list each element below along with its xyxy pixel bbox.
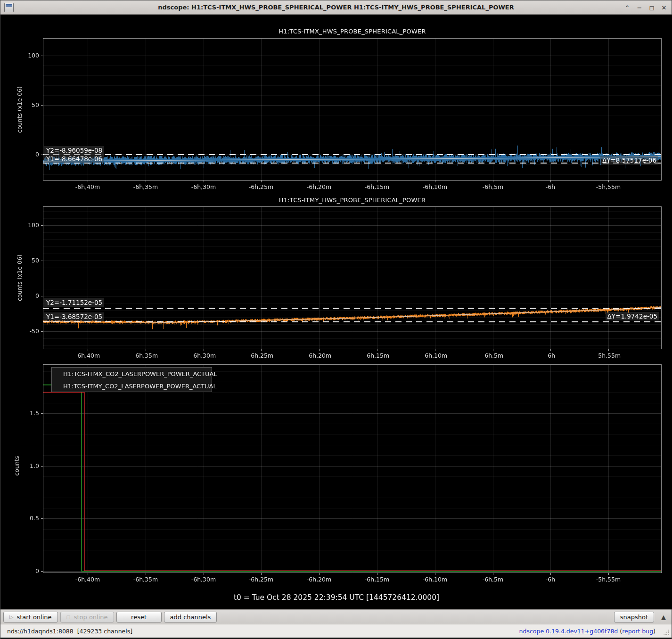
- reset-button[interactable]: reset: [116, 612, 162, 623]
- ndscope-link[interactable]: ndscope: [519, 628, 544, 635]
- plot2-y2-cursor-label[interactable]: Y2=-1.71152e-05: [44, 298, 104, 307]
- window-controls: ⌃ − ◻ ✕: [623, 0, 668, 15]
- x-tick-label: -5h,55m: [587, 183, 630, 190]
- x-tick-label: -5h,55m: [587, 352, 630, 359]
- app-window-icon: [4, 3, 14, 12]
- add-channels-label: add channels: [170, 614, 211, 621]
- close-icon[interactable]: ✕: [660, 4, 668, 11]
- report-bug-link[interactable]: report bug: [622, 628, 653, 635]
- x-tick-label: -6h,20m: [298, 576, 340, 583]
- maximize-icon[interactable]: ◻: [648, 4, 656, 11]
- x-tick-label: -6h: [529, 352, 572, 359]
- x-tick-label: -6h,25m: [240, 576, 282, 583]
- x-tick-label: -6h,20m: [298, 183, 340, 190]
- y-tick-label: 0: [14, 151, 39, 158]
- titlebar[interactable]: ndscope: H1:TCS-ITMX_HWS_PROBE_SPHERICAL…: [0, 0, 672, 15]
- x-tick-label: -6h,15m: [356, 183, 398, 190]
- x-tick-label: -6h: [529, 183, 572, 190]
- app-window-icon-stripe: [6, 4, 12, 7]
- x-tick-label: -6h,30m: [182, 576, 225, 583]
- plot1-dy-cursor-label: ΔY=8.57517e-06: [600, 156, 658, 164]
- y-tick-label: -50: [14, 328, 39, 335]
- ndscope-window: ndscope: H1:TCS-ITMX_HWS_PROBE_SPHERICAL…: [0, 0, 672, 639]
- legend-label-itmy: H1:TCS-ITMY_CO2_LASERPOWER_POWER_ACTUAL: [63, 383, 217, 390]
- x-tick-label: -6h,5m: [472, 352, 514, 359]
- x-tick-label: -6h,30m: [182, 183, 225, 190]
- legend-label-itmx: H1:TCS-ITMX_CO2_LASERPOWER_POWER_ACTUAL: [63, 370, 217, 377]
- t0-label: t0 = Tue Oct 28 2025 22:39:54 UTC [14457…: [0, 593, 672, 602]
- plot-region: H1:TCS-ITMX_HWS_PROBE_SPHERICAL_POWER H1…: [0, 15, 672, 609]
- snapshot-label: snapshot: [620, 614, 648, 621]
- version-links: ndscope 0.19.4.dev11+g406f78d (report bu…: [519, 628, 656, 635]
- x-tick-label: -6h,10m: [414, 576, 456, 583]
- close-paren: ): [653, 628, 656, 635]
- expand-arrow-icon[interactable]: ▲: [661, 614, 666, 621]
- x-tick-label: -6h,40m: [66, 183, 109, 190]
- x-tick-label: -6h,10m: [414, 352, 456, 359]
- y-tick-label: 50: [14, 257, 39, 264]
- plot1-y2-cursor-label[interactable]: Y2=-8.96059e-08: [44, 146, 104, 155]
- x-tick-label: -6h,10m: [414, 183, 456, 190]
- legend-row-itmx[interactable]: H1:TCS-ITMX_CO2_LASERPOWER_POWER_ACTUAL: [52, 368, 212, 380]
- start-online-label: start online: [16, 614, 51, 621]
- plot1-y-axis-label: counts (x1e-06): [16, 82, 23, 138]
- x-tick-label: -6h,25m: [240, 352, 282, 359]
- x-tick-label: -6h,15m: [356, 576, 398, 583]
- x-tick-label: -6h,35m: [124, 576, 167, 583]
- status-bar: nds://h1daqnds1:8088 [429233 channels] n…: [0, 624, 672, 638]
- server-status: nds://h1daqnds1:8088 [429233 channels]: [7, 628, 132, 635]
- x-tick-label: -6h,5m: [472, 576, 514, 583]
- x-tick-label: -5h,55m: [587, 576, 630, 583]
- add-channels-button[interactable]: add channels: [164, 612, 217, 623]
- start-online-button[interactable]: ▷ start online: [3, 612, 58, 623]
- x-tick-label: -6h,35m: [124, 352, 167, 359]
- legend-row-itmy[interactable]: H1:TCS-ITMY_CO2_LASERPOWER_POWER_ACTUAL: [52, 380, 212, 392]
- play-icon: ▷: [9, 614, 13, 620]
- stop-online-label: stop online: [74, 614, 108, 621]
- reset-label: reset: [131, 614, 147, 621]
- x-tick-label: -6h,40m: [66, 576, 109, 583]
- stop-icon: ◻: [66, 614, 71, 620]
- x-tick-label: -6h,30m: [182, 352, 225, 359]
- y-tick-label: 100: [14, 221, 39, 229]
- window-title: ndscope: H1:TCS-ITMX_HWS_PROBE_SPHERICAL…: [0, 4, 672, 11]
- x-tick-label: -6h,40m: [66, 352, 109, 359]
- y-tick-label: 0: [14, 567, 39, 574]
- plot3-legend[interactable]: H1:TCS-ITMX_CO2_LASERPOWER_POWER_ACTUAL …: [51, 367, 212, 392]
- x-tick-label: -6h,20m: [298, 352, 340, 359]
- resize-grip[interactable]: [663, 629, 670, 636]
- y-tick-label: 0: [14, 292, 39, 299]
- plot2-y1-cursor-label[interactable]: Y1=-3.68572e-05: [44, 312, 104, 321]
- plot2-title: H1:TCS-ITMY_HWS_PROBE_SPHERICAL_POWER: [43, 197, 662, 204]
- y-tick-label: 50: [14, 101, 39, 108]
- x-tick-label: -6h,5m: [472, 183, 514, 190]
- x-tick-label: -6h: [529, 576, 572, 583]
- y-tick-label: 0.5: [14, 515, 39, 522]
- plot1-title: H1:TCS-ITMX_HWS_PROBE_SPHERICAL_POWER: [43, 28, 662, 35]
- version-link[interactable]: 0.19.4.dev11+g406f78d: [546, 628, 618, 635]
- shade-icon[interactable]: ⌃: [623, 4, 631, 11]
- x-tick-label: -6h,35m: [124, 183, 167, 190]
- toolbar: ▷ start online ◻ stop online reset add c…: [0, 609, 672, 624]
- x-tick-label: -6h,25m: [240, 183, 282, 190]
- plot2-dy-cursor-label: ΔY=1.9742e-05: [606, 312, 659, 320]
- y-tick-label: 1.0: [14, 462, 39, 469]
- plots-canvas[interactable]: [0, 15, 672, 609]
- y-tick-label: 100: [14, 52, 39, 59]
- snapshot-button[interactable]: snapshot: [614, 612, 654, 623]
- x-tick-label: -6h,15m: [356, 352, 398, 359]
- y-tick-label: 1.5: [14, 410, 39, 417]
- stop-online-button[interactable]: ◻ stop online: [60, 612, 114, 623]
- plot1-y1-cursor-label[interactable]: Y1=-8.66478e-06: [44, 155, 104, 163]
- minimize-icon[interactable]: −: [636, 4, 643, 11]
